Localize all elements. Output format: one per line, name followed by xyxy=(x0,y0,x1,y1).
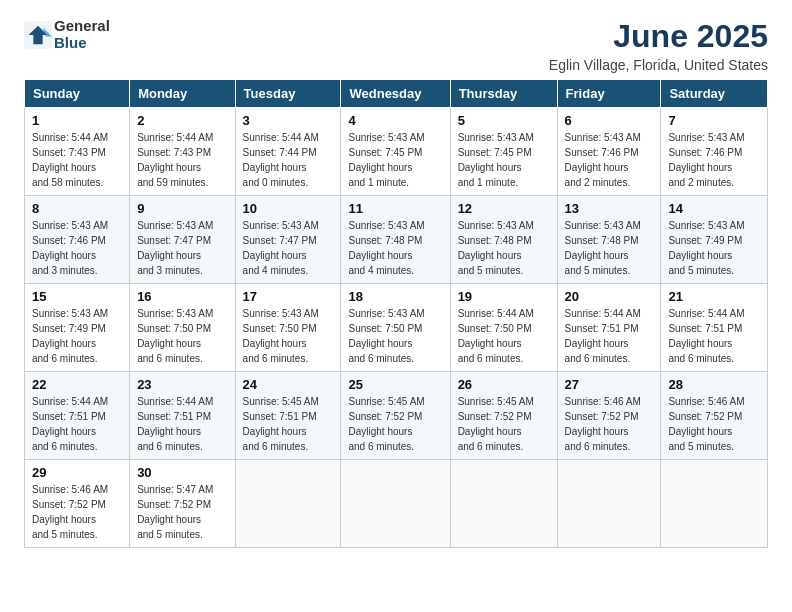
day-info: Sunrise: 5:43 AMSunset: 7:46 PMDaylight … xyxy=(565,130,654,190)
calendar-cell: 5Sunrise: 5:43 AMSunset: 7:45 PMDaylight… xyxy=(450,108,557,196)
day-number: 24 xyxy=(243,377,334,392)
calendar-cell: 2Sunrise: 5:44 AMSunset: 7:43 PMDaylight… xyxy=(130,108,235,196)
day-number: 3 xyxy=(243,113,334,128)
day-info: Sunrise: 5:43 AMSunset: 7:48 PMDaylight … xyxy=(565,218,654,278)
day-info: Sunrise: 5:43 AMSunset: 7:46 PMDaylight … xyxy=(32,218,122,278)
calendar-week-row: 8Sunrise: 5:43 AMSunset: 7:46 PMDaylight… xyxy=(25,196,768,284)
logo-text: General Blue xyxy=(54,18,110,51)
day-number: 13 xyxy=(565,201,654,216)
day-of-week-header: Wednesday xyxy=(341,80,450,108)
main-title: June 2025 xyxy=(549,18,768,55)
day-number: 22 xyxy=(32,377,122,392)
day-info: Sunrise: 5:43 AMSunset: 7:47 PMDaylight … xyxy=(137,218,227,278)
day-number: 10 xyxy=(243,201,334,216)
calendar-header-row: SundayMondayTuesdayWednesdayThursdayFrid… xyxy=(25,80,768,108)
day-info: Sunrise: 5:43 AMSunset: 7:45 PMDaylight … xyxy=(458,130,550,190)
day-number: 1 xyxy=(32,113,122,128)
day-info: Sunrise: 5:47 AMSunset: 7:52 PMDaylight … xyxy=(137,482,227,542)
day-number: 20 xyxy=(565,289,654,304)
day-info: Sunrise: 5:43 AMSunset: 7:48 PMDaylight … xyxy=(458,218,550,278)
day-info: Sunrise: 5:44 AMSunset: 7:50 PMDaylight … xyxy=(458,306,550,366)
day-number: 23 xyxy=(137,377,227,392)
calendar-cell: 29Sunrise: 5:46 AMSunset: 7:52 PMDayligh… xyxy=(25,460,130,548)
calendar-cell: 20Sunrise: 5:44 AMSunset: 7:51 PMDayligh… xyxy=(557,284,661,372)
day-of-week-header: Saturday xyxy=(661,80,768,108)
calendar-cell: 9Sunrise: 5:43 AMSunset: 7:47 PMDaylight… xyxy=(130,196,235,284)
day-number: 19 xyxy=(458,289,550,304)
calendar-cell: 6Sunrise: 5:43 AMSunset: 7:46 PMDaylight… xyxy=(557,108,661,196)
calendar-cell: 14Sunrise: 5:43 AMSunset: 7:49 PMDayligh… xyxy=(661,196,768,284)
day-number: 16 xyxy=(137,289,227,304)
day-number: 7 xyxy=(668,113,760,128)
day-number: 9 xyxy=(137,201,227,216)
day-of-week-header: Sunday xyxy=(25,80,130,108)
day-info: Sunrise: 5:45 AMSunset: 7:51 PMDaylight … xyxy=(243,394,334,454)
day-info: Sunrise: 5:43 AMSunset: 7:50 PMDaylight … xyxy=(137,306,227,366)
day-of-week-header: Monday xyxy=(130,80,235,108)
day-of-week-header: Friday xyxy=(557,80,661,108)
logo: General Blue xyxy=(24,18,110,51)
day-info: Sunrise: 5:44 AMSunset: 7:44 PMDaylight … xyxy=(243,130,334,190)
calendar-cell: 27Sunrise: 5:46 AMSunset: 7:52 PMDayligh… xyxy=(557,372,661,460)
day-number: 4 xyxy=(348,113,442,128)
calendar-cell xyxy=(341,460,450,548)
day-info: Sunrise: 5:43 AMSunset: 7:50 PMDaylight … xyxy=(243,306,334,366)
calendar-week-row: 1Sunrise: 5:44 AMSunset: 7:43 PMDaylight… xyxy=(25,108,768,196)
day-number: 14 xyxy=(668,201,760,216)
day-info: Sunrise: 5:46 AMSunset: 7:52 PMDaylight … xyxy=(32,482,122,542)
day-of-week-header: Tuesday xyxy=(235,80,341,108)
calendar-cell: 19Sunrise: 5:44 AMSunset: 7:50 PMDayligh… xyxy=(450,284,557,372)
calendar-cell: 11Sunrise: 5:43 AMSunset: 7:48 PMDayligh… xyxy=(341,196,450,284)
day-info: Sunrise: 5:44 AMSunset: 7:43 PMDaylight … xyxy=(137,130,227,190)
calendar-cell xyxy=(557,460,661,548)
day-info: Sunrise: 5:43 AMSunset: 7:49 PMDaylight … xyxy=(668,218,760,278)
day-number: 27 xyxy=(565,377,654,392)
day-info: Sunrise: 5:45 AMSunset: 7:52 PMDaylight … xyxy=(348,394,442,454)
calendar-cell: 23Sunrise: 5:44 AMSunset: 7:51 PMDayligh… xyxy=(130,372,235,460)
day-number: 21 xyxy=(668,289,760,304)
day-number: 26 xyxy=(458,377,550,392)
calendar-cell xyxy=(235,460,341,548)
calendar-week-row: 22Sunrise: 5:44 AMSunset: 7:51 PMDayligh… xyxy=(25,372,768,460)
day-of-week-header: Thursday xyxy=(450,80,557,108)
day-number: 30 xyxy=(137,465,227,480)
day-info: Sunrise: 5:44 AMSunset: 7:51 PMDaylight … xyxy=(32,394,122,454)
calendar-cell: 8Sunrise: 5:43 AMSunset: 7:46 PMDaylight… xyxy=(25,196,130,284)
day-number: 29 xyxy=(32,465,122,480)
day-number: 8 xyxy=(32,201,122,216)
calendar-cell: 12Sunrise: 5:43 AMSunset: 7:48 PMDayligh… xyxy=(450,196,557,284)
calendar-cell: 17Sunrise: 5:43 AMSunset: 7:50 PMDayligh… xyxy=(235,284,341,372)
day-number: 25 xyxy=(348,377,442,392)
calendar-cell: 21Sunrise: 5:44 AMSunset: 7:51 PMDayligh… xyxy=(661,284,768,372)
day-info: Sunrise: 5:43 AMSunset: 7:45 PMDaylight … xyxy=(348,130,442,190)
calendar-cell: 30Sunrise: 5:47 AMSunset: 7:52 PMDayligh… xyxy=(130,460,235,548)
calendar-cell: 13Sunrise: 5:43 AMSunset: 7:48 PMDayligh… xyxy=(557,196,661,284)
calendar-week-row: 29Sunrise: 5:46 AMSunset: 7:52 PMDayligh… xyxy=(25,460,768,548)
calendar-cell: 25Sunrise: 5:45 AMSunset: 7:52 PMDayligh… xyxy=(341,372,450,460)
day-number: 11 xyxy=(348,201,442,216)
calendar-cell: 10Sunrise: 5:43 AMSunset: 7:47 PMDayligh… xyxy=(235,196,341,284)
calendar-cell: 18Sunrise: 5:43 AMSunset: 7:50 PMDayligh… xyxy=(341,284,450,372)
calendar-cell: 7Sunrise: 5:43 AMSunset: 7:46 PMDaylight… xyxy=(661,108,768,196)
day-number: 5 xyxy=(458,113,550,128)
page: General Blue June 2025 Eglin Village, Fl… xyxy=(0,0,792,566)
calendar-cell xyxy=(661,460,768,548)
day-number: 28 xyxy=(668,377,760,392)
calendar-cell: 15Sunrise: 5:43 AMSunset: 7:49 PMDayligh… xyxy=(25,284,130,372)
calendar-week-row: 15Sunrise: 5:43 AMSunset: 7:49 PMDayligh… xyxy=(25,284,768,372)
calendar-cell: 28Sunrise: 5:46 AMSunset: 7:52 PMDayligh… xyxy=(661,372,768,460)
day-number: 12 xyxy=(458,201,550,216)
calendar-cell: 1Sunrise: 5:44 AMSunset: 7:43 PMDaylight… xyxy=(25,108,130,196)
logo-general-text: General xyxy=(54,18,110,35)
day-info: Sunrise: 5:43 AMSunset: 7:46 PMDaylight … xyxy=(668,130,760,190)
day-number: 6 xyxy=(565,113,654,128)
day-info: Sunrise: 5:43 AMSunset: 7:50 PMDaylight … xyxy=(348,306,442,366)
calendar-cell xyxy=(450,460,557,548)
day-info: Sunrise: 5:44 AMSunset: 7:51 PMDaylight … xyxy=(565,306,654,366)
day-number: 2 xyxy=(137,113,227,128)
day-info: Sunrise: 5:46 AMSunset: 7:52 PMDaylight … xyxy=(565,394,654,454)
day-number: 15 xyxy=(32,289,122,304)
header: General Blue June 2025 Eglin Village, Fl… xyxy=(24,18,768,73)
day-info: Sunrise: 5:44 AMSunset: 7:51 PMDaylight … xyxy=(668,306,760,366)
day-number: 18 xyxy=(348,289,442,304)
